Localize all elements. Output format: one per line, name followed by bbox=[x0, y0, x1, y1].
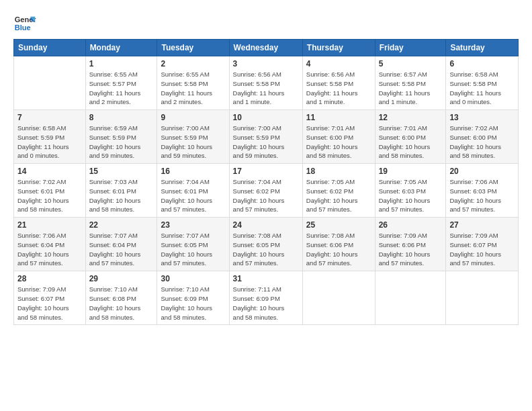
day-number: 18 bbox=[306, 167, 371, 176]
day-info: Sunrise: 6:58 AM Sunset: 5:59 PM Dayligh… bbox=[17, 124, 82, 161]
weekday-tuesday: Tuesday bbox=[157, 40, 229, 56]
day-cell: 13Sunrise: 7:02 AM Sunset: 6:00 PM Dayli… bbox=[446, 110, 519, 164]
page: General Blue SundayMondayTuesdayWednesda… bbox=[0, 0, 532, 411]
calendar-table: SundayMondayTuesdayWednesdayThursdayFrid… bbox=[13, 39, 519, 325]
day-info: Sunrise: 7:00 AM Sunset: 5:59 PM Dayligh… bbox=[233, 124, 299, 161]
day-cell: 29Sunrise: 7:10 AM Sunset: 6:08 PM Dayli… bbox=[85, 271, 157, 325]
day-number: 22 bbox=[89, 220, 154, 230]
day-number: 25 bbox=[306, 220, 371, 230]
weekday-wednesday: Wednesday bbox=[229, 40, 302, 56]
day-number: 15 bbox=[89, 167, 154, 176]
day-info: Sunrise: 6:59 AM Sunset: 5:59 PM Dayligh… bbox=[89, 124, 154, 161]
day-info: Sunrise: 7:09 AM Sunset: 6:06 PM Dayligh… bbox=[379, 231, 443, 268]
day-info: Sunrise: 7:02 AM Sunset: 6:00 PM Dayligh… bbox=[449, 124, 515, 161]
day-number: 21 bbox=[17, 220, 82, 230]
day-info: Sunrise: 6:56 AM Sunset: 5:58 PM Dayligh… bbox=[306, 70, 371, 107]
day-cell: 31Sunrise: 7:11 AM Sunset: 6:09 PM Dayli… bbox=[229, 271, 302, 325]
day-cell: 4Sunrise: 6:56 AM Sunset: 5:58 PM Daylig… bbox=[302, 56, 375, 110]
day-cell: 24Sunrise: 7:08 AM Sunset: 6:05 PM Dayli… bbox=[229, 218, 302, 271]
day-cell: 16Sunrise: 7:04 AM Sunset: 6:01 PM Dayli… bbox=[157, 164, 229, 218]
day-number: 20 bbox=[449, 167, 515, 176]
header: General Blue bbox=[13, 12, 519, 35]
day-cell: 3Sunrise: 6:56 AM Sunset: 5:58 PM Daylig… bbox=[229, 56, 302, 110]
weekday-sunday: Sunday bbox=[14, 40, 86, 56]
day-info: Sunrise: 7:05 AM Sunset: 6:03 PM Dayligh… bbox=[379, 177, 443, 214]
day-cell: 21Sunrise: 7:06 AM Sunset: 6:04 PM Dayli… bbox=[14, 218, 86, 271]
day-cell: 11Sunrise: 7:01 AM Sunset: 6:00 PM Dayli… bbox=[302, 110, 375, 164]
day-cell bbox=[446, 271, 519, 325]
week-row-3: 14Sunrise: 7:02 AM Sunset: 6:01 PM Dayli… bbox=[14, 164, 519, 218]
day-info: Sunrise: 6:56 AM Sunset: 5:58 PM Dayligh… bbox=[233, 70, 299, 107]
day-cell: 28Sunrise: 7:09 AM Sunset: 6:07 PM Dayli… bbox=[14, 271, 86, 325]
day-cell bbox=[375, 271, 446, 325]
weekday-monday: Monday bbox=[85, 40, 157, 56]
day-number: 4 bbox=[306, 59, 371, 68]
day-cell: 26Sunrise: 7:09 AM Sunset: 6:06 PM Dayli… bbox=[375, 218, 446, 271]
day-info: Sunrise: 7:07 AM Sunset: 6:04 PM Dayligh… bbox=[89, 231, 154, 268]
day-number: 1 bbox=[89, 59, 154, 68]
logo-icon: General Blue bbox=[13, 12, 36, 35]
day-cell: 12Sunrise: 7:01 AM Sunset: 6:00 PM Dayli… bbox=[375, 110, 446, 164]
weekday-header-row: SundayMondayTuesdayWednesdayThursdayFrid… bbox=[14, 40, 519, 56]
day-number: 3 bbox=[233, 59, 299, 68]
day-number: 11 bbox=[306, 113, 371, 122]
day-number: 10 bbox=[233, 113, 299, 122]
day-number: 13 bbox=[449, 113, 515, 122]
day-cell: 14Sunrise: 7:02 AM Sunset: 6:01 PM Dayli… bbox=[14, 164, 86, 218]
day-number: 12 bbox=[379, 113, 443, 122]
logo: General Blue bbox=[13, 12, 36, 35]
day-info: Sunrise: 7:10 AM Sunset: 6:08 PM Dayligh… bbox=[89, 285, 154, 322]
day-number: 5 bbox=[379, 59, 443, 68]
day-info: Sunrise: 7:00 AM Sunset: 5:59 PM Dayligh… bbox=[161, 124, 225, 161]
day-cell: 6Sunrise: 6:58 AM Sunset: 5:58 PM Daylig… bbox=[446, 56, 519, 110]
day-info: Sunrise: 7:01 AM Sunset: 6:00 PM Dayligh… bbox=[306, 124, 371, 161]
day-info: Sunrise: 7:09 AM Sunset: 6:07 PM Dayligh… bbox=[17, 285, 82, 322]
day-number: 9 bbox=[161, 113, 225, 122]
day-number: 24 bbox=[233, 220, 299, 230]
day-info: Sunrise: 6:55 AM Sunset: 5:58 PM Dayligh… bbox=[161, 70, 225, 107]
day-info: Sunrise: 7:06 AM Sunset: 6:04 PM Dayligh… bbox=[17, 231, 82, 268]
weekday-thursday: Thursday bbox=[302, 40, 375, 56]
week-row-5: 28Sunrise: 7:09 AM Sunset: 6:07 PM Dayli… bbox=[14, 271, 519, 325]
weekday-saturday: Saturday bbox=[446, 40, 519, 56]
day-cell: 18Sunrise: 7:05 AM Sunset: 6:02 PM Dayli… bbox=[302, 164, 375, 218]
day-cell: 15Sunrise: 7:03 AM Sunset: 6:01 PM Dayli… bbox=[85, 164, 157, 218]
day-info: Sunrise: 7:09 AM Sunset: 6:07 PM Dayligh… bbox=[449, 231, 515, 268]
day-cell: 10Sunrise: 7:00 AM Sunset: 5:59 PM Dayli… bbox=[229, 110, 302, 164]
day-cell: 1Sunrise: 6:55 AM Sunset: 5:57 PM Daylig… bbox=[85, 56, 157, 110]
day-info: Sunrise: 7:08 AM Sunset: 6:06 PM Dayligh… bbox=[306, 231, 371, 268]
week-row-2: 7Sunrise: 6:58 AM Sunset: 5:59 PM Daylig… bbox=[14, 110, 519, 164]
day-cell: 30Sunrise: 7:10 AM Sunset: 6:09 PM Dayli… bbox=[157, 271, 229, 325]
day-number: 29 bbox=[89, 274, 154, 283]
day-cell: 20Sunrise: 7:06 AM Sunset: 6:03 PM Dayli… bbox=[446, 164, 519, 218]
day-cell: 2Sunrise: 6:55 AM Sunset: 5:58 PM Daylig… bbox=[157, 56, 229, 110]
day-info: Sunrise: 6:55 AM Sunset: 5:57 PM Dayligh… bbox=[89, 70, 154, 107]
day-number: 23 bbox=[161, 220, 225, 230]
day-info: Sunrise: 7:02 AM Sunset: 6:01 PM Dayligh… bbox=[17, 177, 82, 214]
day-info: Sunrise: 7:01 AM Sunset: 6:00 PM Dayligh… bbox=[379, 124, 443, 161]
day-info: Sunrise: 7:11 AM Sunset: 6:09 PM Dayligh… bbox=[233, 285, 299, 322]
day-info: Sunrise: 7:05 AM Sunset: 6:02 PM Dayligh… bbox=[306, 177, 371, 214]
day-number: 30 bbox=[161, 274, 225, 283]
day-number: 26 bbox=[379, 220, 443, 230]
day-info: Sunrise: 7:08 AM Sunset: 6:05 PM Dayligh… bbox=[233, 231, 299, 268]
day-number: 31 bbox=[233, 274, 299, 283]
day-number: 28 bbox=[17, 274, 82, 283]
day-number: 17 bbox=[233, 167, 299, 176]
day-info: Sunrise: 7:07 AM Sunset: 6:05 PM Dayligh… bbox=[161, 231, 225, 268]
day-number: 27 bbox=[449, 220, 515, 230]
day-cell: 8Sunrise: 6:59 AM Sunset: 5:59 PM Daylig… bbox=[85, 110, 157, 164]
day-info: Sunrise: 7:04 AM Sunset: 6:01 PM Dayligh… bbox=[161, 177, 225, 214]
day-cell: 19Sunrise: 7:05 AM Sunset: 6:03 PM Dayli… bbox=[375, 164, 446, 218]
day-number: 8 bbox=[89, 113, 154, 122]
day-cell: 17Sunrise: 7:04 AM Sunset: 6:02 PM Dayli… bbox=[229, 164, 302, 218]
day-info: Sunrise: 7:04 AM Sunset: 6:02 PM Dayligh… bbox=[233, 177, 299, 214]
day-cell: 9Sunrise: 7:00 AM Sunset: 5:59 PM Daylig… bbox=[157, 110, 229, 164]
day-number: 7 bbox=[17, 113, 82, 122]
day-number: 19 bbox=[379, 167, 443, 176]
day-cell: 7Sunrise: 6:58 AM Sunset: 5:59 PM Daylig… bbox=[14, 110, 86, 164]
day-cell: 27Sunrise: 7:09 AM Sunset: 6:07 PM Dayli… bbox=[446, 218, 519, 271]
day-info: Sunrise: 6:58 AM Sunset: 5:58 PM Dayligh… bbox=[449, 70, 515, 107]
day-info: Sunrise: 6:57 AM Sunset: 5:58 PM Dayligh… bbox=[379, 70, 443, 107]
weekday-friday: Friday bbox=[375, 40, 446, 56]
